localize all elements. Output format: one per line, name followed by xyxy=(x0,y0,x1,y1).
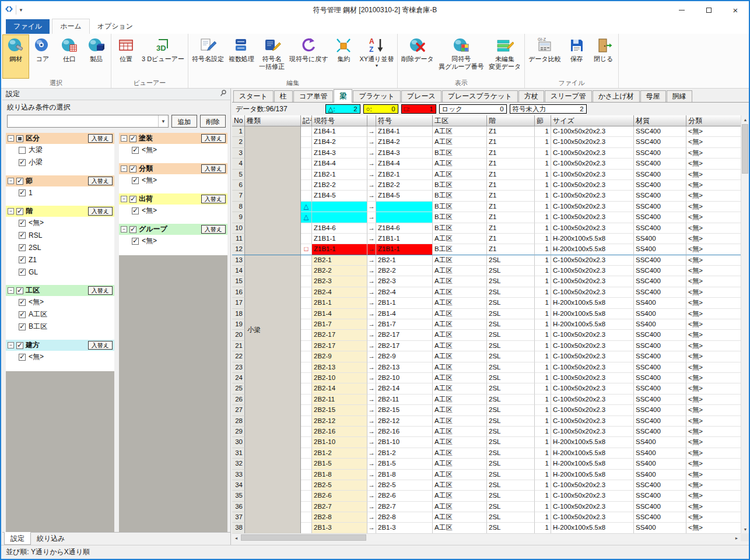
item-checkbox[interactable] xyxy=(19,147,26,154)
minimize-button[interactable] xyxy=(668,1,695,19)
ribbon-button-signname[interactable]: 符号名設定 xyxy=(190,34,226,79)
column-header-11[interactable]: 分類 xyxy=(686,115,742,126)
main-tab-4[interactable]: ブラケット xyxy=(353,90,400,102)
group-checkbox[interactable] xyxy=(16,178,23,185)
column-header-5[interactable]: 符号 xyxy=(376,115,433,126)
combobox-arrow-icon[interactable]: ▼ xyxy=(158,115,168,127)
filter-item-1-3-0[interactable]: <無> xyxy=(119,235,227,247)
tab-narrow-down[interactable]: 絞り込み xyxy=(31,533,71,545)
filter-item-0-1-0[interactable]: 1 xyxy=(6,186,114,199)
horizontal-scrollbar[interactable]: ◄ ► xyxy=(232,533,741,541)
filter-item-0-0-0[interactable]: 大梁 xyxy=(6,144,114,156)
swap-button[interactable]: 入替え xyxy=(88,134,113,143)
vertical-scroll-thumb[interactable] xyxy=(742,124,748,174)
table-row[interactable]: 10Z1B4-6→Z1B4-6B工区Z11C-100x50x20x2.3SSC4… xyxy=(232,223,741,234)
group-checkbox[interactable] xyxy=(16,287,23,294)
item-checkbox[interactable] xyxy=(19,256,26,263)
table-row[interactable]: 352B2-6→2B2-6A工区2SL1C-100x50x20x2.3SSC40… xyxy=(232,491,741,501)
swap-button[interactable]: 入替え xyxy=(201,134,226,143)
main-tab-6[interactable]: ブレースブラケット xyxy=(442,90,518,102)
ribbon-button-multiproc[interactable]: 複数処理 xyxy=(226,34,257,79)
group-checkbox[interactable] xyxy=(16,208,23,215)
table-row[interactable]: 212B2-17→2B2-17A工区2SL1C-100x50x20x2.3SSC… xyxy=(232,341,741,351)
item-checkbox[interactable] xyxy=(19,299,26,306)
table-row[interactable]: 162B2-4→2B2-4A工区2SL1C-100x50x20x2.3SSC40… xyxy=(232,287,741,298)
collapse-icon[interactable]: − xyxy=(121,196,127,202)
table-row[interactable]: 172B1-1→2B1-1A工区2SL1H-200x100x5.5x8SS400… xyxy=(232,298,741,308)
filter-item-0-3-2[interactable]: B工区 xyxy=(6,320,114,333)
scroll-up-icon[interactable]: ▲ xyxy=(741,115,749,124)
table-row[interactable]: 9△→B工区Z11C-100x50x20x2.3SSC400<無> xyxy=(232,212,741,223)
swap-button[interactable]: 入替え xyxy=(88,177,113,185)
table-row[interactable]: 3Z1B4-3→Z1B4-3B工区Z11C-100x50x20x2.3SSC40… xyxy=(232,148,741,159)
table-row[interactable]: 362B2-7→2B2-7A工区2SL1C-100x50x20x2.3SSC40… xyxy=(232,502,741,512)
collapse-icon[interactable]: − xyxy=(8,342,14,348)
add-button[interactable]: 追加 xyxy=(171,115,197,128)
scroll-right-icon[interactable]: ► xyxy=(733,534,741,542)
group-checkbox[interactable] xyxy=(16,135,23,142)
table-row[interactable]: 6Z1B2-2→Z1B2-2B工区Z11C-100x50x20x2.3SSC40… xyxy=(232,180,741,191)
ribbon-button-batchfix[interactable]: 符号名 一括修正 xyxy=(257,34,287,79)
filter-condition-combobox[interactable]: ▼ xyxy=(7,115,169,128)
table-row[interactable]: 11Z1B1-1→Z1B1-1A工区Z11H-200x100x5.5x8SS40… xyxy=(232,234,741,244)
column-header-3[interactable]: 現符号 xyxy=(312,115,367,126)
column-header-7[interactable]: 階 xyxy=(487,115,535,126)
tab-file[interactable]: ファイル xyxy=(6,19,50,34)
swap-button[interactable]: 入替え xyxy=(201,225,226,234)
collapse-icon[interactable]: − xyxy=(121,226,127,233)
ribbon-button-samegroup[interactable]: 同符号 異グループ番号 xyxy=(436,34,486,79)
item-checkbox[interactable] xyxy=(19,189,26,196)
table-row[interactable]: 7Z1B4-5→Z1B4-5B工区Z11C-100x50x20x2.3SSC40… xyxy=(232,191,741,201)
ribbon-button-core[interactable]: コア xyxy=(29,34,56,79)
table-row[interactable]: 1Z1B4-1→Z1B4-1A工区Z11C-100x50x20x2.3SSC40… xyxy=(232,126,741,137)
scroll-down-icon[interactable]: ▼ xyxy=(741,525,749,533)
column-header-10[interactable]: 材質 xyxy=(634,115,686,126)
scroll-left-icon[interactable]: ◄ xyxy=(232,534,240,542)
collapse-icon[interactable]: − xyxy=(8,178,14,184)
filter-item-1-1-0[interactable]: <無> xyxy=(119,174,227,186)
pin-icon[interactable] xyxy=(220,90,227,98)
table-row[interactable]: 282B2-12→2B2-12A工区2SL1C-100x50x20x2.3SSC… xyxy=(232,416,741,427)
column-header-0[interactable]: No xyxy=(232,115,245,126)
table-row[interactable]: 12□Z1B1-1→Z1B1-1B工区Z11H-200x100x5.5x8SS4… xyxy=(232,244,741,255)
table-row[interactable]: 182B1-4→2B1-4A工区2SL1H-200x100x5.5x8SS400… xyxy=(232,309,741,319)
table-row[interactable]: 152B2-3→2B2-3A工区2SL1C-100x50x20x2.3SSC40… xyxy=(232,276,741,287)
column-header-4[interactable] xyxy=(367,115,376,126)
table-row[interactable]: 292B2-16→2B2-16A工区2SL1C-100x50x20x2.3SSC… xyxy=(232,427,741,437)
main-tab-3[interactable]: 梁 xyxy=(334,89,352,103)
main-tab-9[interactable]: かさ上げ材 xyxy=(593,90,640,102)
item-checkbox[interactable] xyxy=(19,232,26,239)
filter-item-0-3-0[interactable]: <無> xyxy=(6,296,114,308)
filter-item-0-4-0[interactable]: <無> xyxy=(6,351,114,363)
table-row[interactable]: 302B1-10→2B1-10A工区2SL1H-200x100x5.5x8SS4… xyxy=(232,437,741,448)
table-row[interactable]: 342B2-5→2B2-5A工区2SL1C-100x50x20x2.3SSC40… xyxy=(232,480,741,491)
ribbon-button-joint[interactable]: 仕口 xyxy=(56,34,83,79)
filter-item-0-2-3[interactable]: Z1 xyxy=(6,253,114,266)
dropdown-arrow-icon[interactable]: ▼ xyxy=(374,64,378,68)
delete-button[interactable]: 削除 xyxy=(200,115,226,128)
table-row[interactable]: 8△→B工区Z11C-100x50x20x2.3SSC400<無> xyxy=(232,202,741,212)
item-checkbox[interactable] xyxy=(19,244,26,251)
tab-options[interactable]: オプション xyxy=(90,19,141,34)
collapse-icon[interactable]: − xyxy=(8,135,14,142)
tab-settings[interactable]: 設定 xyxy=(4,532,31,545)
ribbon-button-compare[interactable]: GI-Zデータ比較 xyxy=(526,34,563,79)
item-checkbox[interactable] xyxy=(132,177,139,184)
item-checkbox[interactable] xyxy=(19,269,26,276)
main-tab-5[interactable]: ブレース xyxy=(401,90,441,102)
vertical-scrollbar[interactable]: ▲ ▼ xyxy=(741,115,749,533)
column-header-6[interactable]: 工区 xyxy=(433,115,487,126)
filter-item-1-2-0[interactable]: <無> xyxy=(119,205,227,217)
item-checkbox[interactable] xyxy=(19,354,26,361)
table-row[interactable]: 252B2-14→2B2-14A工区2SL1C-100x50x20x2.3SSC… xyxy=(232,383,741,394)
filter-item-0-2-2[interactable]: 2SL xyxy=(6,241,114,253)
horizontal-scroll-thumb[interactable] xyxy=(241,534,366,541)
filter-item-0-0-1[interactable]: 小梁 xyxy=(6,156,114,168)
main-tab-7[interactable]: 方杖 xyxy=(518,90,544,102)
ribbon-button-deldata[interactable]: 削除データ xyxy=(399,34,436,79)
group-checkbox[interactable] xyxy=(129,165,136,172)
group-checkbox[interactable] xyxy=(129,226,136,233)
item-checkbox[interactable] xyxy=(132,207,139,214)
column-header-1[interactable]: 種類 xyxy=(245,115,301,126)
ribbon-button-closedoor[interactable]: 閉じる xyxy=(590,34,617,79)
